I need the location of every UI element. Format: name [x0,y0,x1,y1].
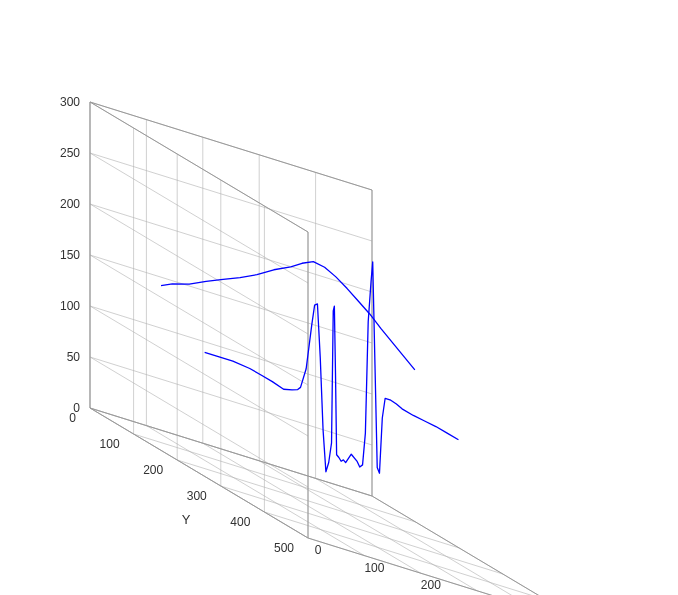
svg-text:0: 0 [315,543,322,557]
svg-text:100: 100 [60,299,80,313]
svg-text:300: 300 [187,489,207,503]
svg-line-7 [134,434,416,522]
svg-line-9 [221,486,503,574]
svg-text:500: 500 [274,541,294,555]
svg-text:Y: Y [182,512,191,527]
series-trace-1 [205,262,459,473]
svg-line-39 [372,496,590,595]
plot-svg: 0501001502002503000100200300400500010020… [0,0,678,595]
svg-line-45 [90,102,372,190]
svg-line-11 [308,538,590,595]
svg-line-5 [372,496,590,595]
svg-text:100: 100 [364,561,384,575]
svg-text:200: 200 [60,197,80,211]
svg-line-36 [90,153,308,283]
svg-text:200: 200 [421,578,441,592]
svg-text:50: 50 [67,350,81,364]
svg-text:0: 0 [69,411,76,425]
svg-text:100: 100 [100,437,120,451]
svg-line-46 [90,102,308,232]
svg-line-20 [90,306,372,394]
svg-line-41 [90,408,308,538]
grid-layer [90,102,590,595]
svg-text:400: 400 [230,515,250,529]
chart-3d: 0501001502002503000100200300400500010020… [0,0,678,595]
svg-line-8 [177,460,459,548]
svg-line-19 [90,357,372,445]
svg-line-10 [264,512,546,595]
svg-line-2 [203,443,421,573]
svg-line-34 [90,255,308,385]
svg-text:150: 150 [60,248,80,262]
svg-line-23 [90,153,372,241]
svg-text:200: 200 [143,463,163,477]
svg-line-33 [90,306,308,436]
box-layer [90,102,590,595]
series-trace-2 [161,262,415,370]
data-layer [161,262,458,474]
svg-line-32 [90,357,308,487]
svg-line-40 [308,538,590,595]
svg-text:250: 250 [60,146,80,160]
svg-text:300: 300 [60,95,80,109]
svg-line-21 [90,255,372,343]
